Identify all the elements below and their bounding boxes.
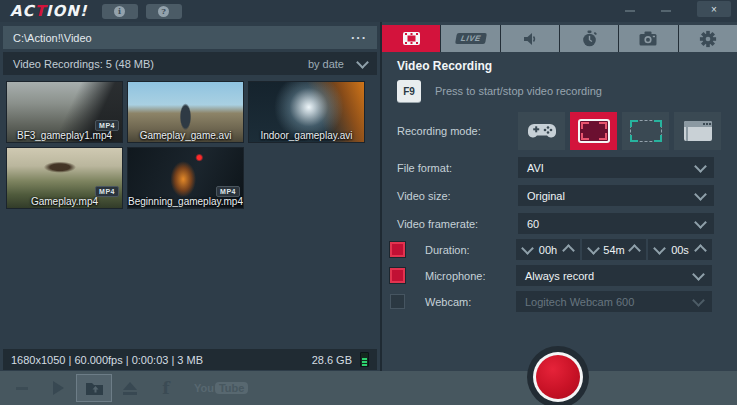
camera-icon: [639, 31, 657, 46]
webcam-row: Webcam: Logitech Webcam 600: [390, 291, 737, 312]
chevron-down-icon: [692, 294, 705, 307]
microphone-row: Microphone: Always record: [390, 265, 737, 286]
info-icon: i: [114, 6, 125, 17]
delete-button[interactable]: [4, 374, 40, 402]
disk-space: 28.6 GB: [312, 352, 369, 367]
recording-mode-row: Recording mode:: [397, 112, 737, 150]
minus-icon: [16, 387, 28, 390]
eject-up-icon: [123, 382, 137, 395]
youtube-share-button[interactable]: YouTube: [194, 382, 248, 394]
tab-settings[interactable]: [679, 25, 737, 52]
duration-row: Duration: 00h 54m: [390, 239, 737, 260]
tab-benchmark[interactable]: [560, 25, 618, 52]
chevron-down-icon[interactable]: [356, 56, 369, 69]
region-mode-button[interactable]: [622, 112, 669, 150]
hotkey-hint: Press to start/stop video recording: [435, 85, 602, 97]
facebook-icon: f: [162, 378, 169, 398]
video-thumbnail[interactable]: MP4 BF3_gameplay1.mp4: [6, 81, 123, 143]
video-filename: BF3_gameplay1.mp4: [7, 130, 122, 141]
hotkey-row: F9 Press to start/stop video recording: [397, 79, 737, 103]
close-button[interactable]: ×: [697, 1, 731, 17]
recordings-list-header: Video Recordings: 5 (48 MB) by date: [3, 52, 377, 75]
game-mode-button[interactable]: [518, 112, 565, 150]
chevron-down-icon[interactable]: [521, 242, 534, 255]
upload-button[interactable]: [112, 374, 148, 402]
recordings-grid: MP4 BF3_gameplay1.mp4 Gameplay_game.avi …: [0, 75, 380, 213]
minimize-icon[interactable]: [661, 10, 671, 12]
play-button[interactable]: [40, 374, 76, 402]
gear-icon: [699, 30, 717, 48]
framerate-select[interactable]: 60: [518, 213, 714, 234]
chevron-down-icon[interactable]: [694, 160, 707, 173]
hours-stepper[interactable]: 00h: [516, 239, 580, 260]
video-filename: Indoor_gameplay.avi: [249, 130, 364, 141]
microphone-select[interactable]: Always record: [516, 265, 712, 286]
video-thumbnail[interactable]: MP4 Beginning_gameplay.mp4: [127, 147, 244, 209]
chevron-up-icon[interactable]: [694, 244, 707, 257]
minimize-to-tray-icon[interactable]: [625, 10, 635, 12]
record-button[interactable]: [527, 346, 589, 405]
video-thumbnail[interactable]: MP4 Gameplay.mp4: [6, 147, 123, 209]
chevron-down-icon[interactable]: [587, 242, 600, 255]
help-button[interactable]: ?: [146, 4, 182, 19]
sort-label: by date: [308, 58, 344, 70]
info-button[interactable]: i: [102, 4, 138, 19]
window-controls: ×: [625, 0, 737, 22]
path-bar[interactable]: C:\Action!\Video ···: [3, 26, 377, 49]
play-icon: [53, 381, 64, 395]
framerate-row: Video framerate: 60: [397, 213, 737, 234]
chevron-down-icon[interactable]: [694, 188, 707, 201]
microphone-checkbox[interactable]: [390, 268, 405, 283]
video-filename: Beginning_gameplay.mp4: [128, 196, 243, 207]
record-button-ring: [533, 352, 583, 402]
film-strip-icon: [403, 32, 420, 45]
seconds-stepper[interactable]: 00s: [648, 239, 712, 260]
video-size-label: Video size:: [397, 190, 518, 202]
file-format-select[interactable]: AVI: [518, 157, 714, 178]
sort-dropdown[interactable]: by date: [308, 58, 367, 70]
video-thumbnail[interactable]: Indoor_gameplay.avi: [248, 81, 365, 143]
video-thumbnail[interactable]: Gameplay_game.avi: [127, 81, 244, 143]
video-filename: Gameplay_game.avi: [128, 130, 243, 141]
record-icon: [536, 355, 580, 399]
hours-value: 00h: [539, 244, 557, 256]
youtube-icon: You: [194, 382, 214, 394]
file-format-label: File format:: [397, 162, 518, 174]
current-path: C:\Action!\Video: [13, 32, 92, 44]
hotkey-button[interactable]: F9: [397, 80, 421, 102]
folder-export-icon: [85, 381, 104, 396]
webcam-checkbox[interactable]: [390, 294, 405, 309]
recording-mode-buttons: [518, 112, 726, 150]
fullscreen-icon: [578, 119, 610, 143]
chevron-down-icon[interactable]: [653, 242, 666, 255]
tab-screenshot[interactable]: [619, 25, 677, 52]
microphone-label: Microphone:: [425, 270, 516, 282]
chevron-down-icon[interactable]: [694, 216, 707, 229]
tab-audio-recording[interactable]: [501, 25, 559, 52]
open-folder-button[interactable]: [76, 374, 112, 402]
chevron-down-icon[interactable]: [692, 268, 705, 281]
free-space-label: 28.6 GB: [312, 354, 352, 366]
file-format-row: File format: AVI: [397, 157, 737, 178]
path-menu-button[interactable]: ···: [351, 30, 367, 45]
window-mode-button[interactable]: [674, 112, 721, 150]
chevron-up-icon[interactable]: [628, 244, 641, 257]
microphone-value: Always record: [525, 270, 594, 282]
fullscreen-mode-button[interactable]: [570, 112, 617, 150]
facebook-share-button[interactable]: f: [148, 374, 184, 402]
video-size-select[interactable]: Original: [518, 185, 714, 206]
status-bar: 1680x1050 | 60.000fps | 0:00:03 | 3 MB 2…: [3, 349, 377, 370]
video-recording-settings: Video Recording F9 Press to start/stop v…: [382, 52, 737, 312]
recordings-count-label: Video Recordings: 5 (48 MB): [13, 58, 154, 70]
main-area: C:\Action!\Video ··· Video Recordings: 5…: [0, 22, 737, 371]
tab-live-streaming[interactable]: LIVE: [441, 25, 499, 52]
chevron-up-icon[interactable]: [562, 244, 575, 257]
region-icon: [630, 120, 662, 142]
minutes-stepper[interactable]: 54m: [582, 239, 646, 260]
speaker-icon: [522, 31, 538, 47]
duration-label: Duration:: [425, 244, 516, 256]
tab-video-recording[interactable]: [382, 25, 440, 52]
duration-checkbox[interactable]: [390, 242, 405, 257]
library-panel: C:\Action!\Video ··· Video Recordings: 5…: [0, 22, 380, 371]
live-icon: LIVE: [455, 33, 487, 44]
